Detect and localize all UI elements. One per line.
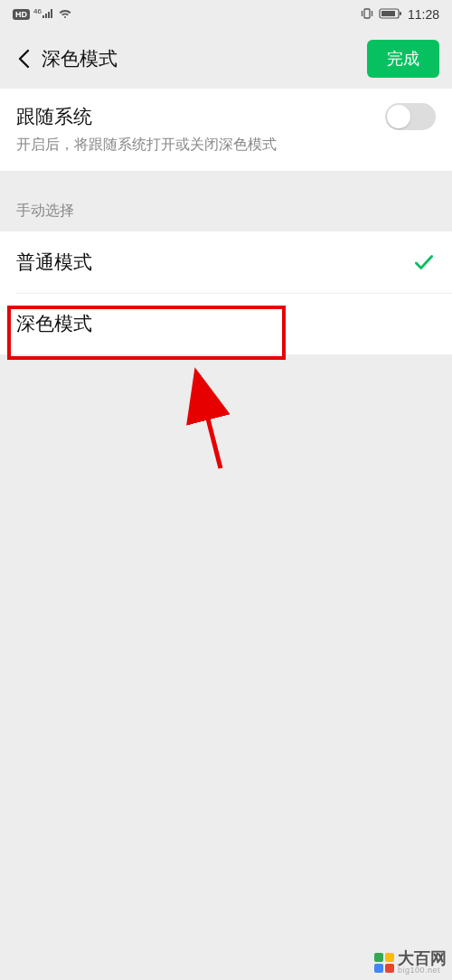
toggle-knob xyxy=(387,105,410,128)
option-normal-mode[interactable]: 普通模式 xyxy=(0,231,452,293)
follow-system-toggle[interactable] xyxy=(385,103,436,130)
vibrate-icon xyxy=(361,7,373,23)
follow-system-description: 开启后，将跟随系统打开或关闭深色模式 xyxy=(0,130,452,171)
follow-system-title: 跟随系统 xyxy=(16,104,92,129)
page-title: 深色模式 xyxy=(42,46,118,71)
follow-system-section: 跟随系统 开启后，将跟随系统打开或关闭深色模式 xyxy=(0,89,452,171)
back-button[interactable] xyxy=(11,46,36,71)
svg-rect-5 xyxy=(381,11,395,16)
status-bar: HD 46 11:28 xyxy=(0,0,452,29)
follow-system-row: 跟随系统 xyxy=(0,89,452,130)
svg-rect-0 xyxy=(364,9,370,18)
wifi-icon xyxy=(58,7,72,22)
section-divider xyxy=(0,171,452,184)
network-indicator: 46 xyxy=(33,7,54,22)
option-dark-mode[interactable]: 深色模式 xyxy=(0,293,452,354)
watermark: 大百网 big100.net xyxy=(374,950,447,975)
svg-line-6 xyxy=(197,376,221,468)
manual-select-label: 手动选择 xyxy=(0,184,452,231)
settings-header: 深色模式 完成 xyxy=(0,29,452,89)
hd-icon: HD xyxy=(13,9,30,20)
status-left: HD 46 xyxy=(13,7,72,22)
svg-rect-4 xyxy=(400,12,401,15)
done-button[interactable]: 完成 xyxy=(367,40,439,78)
battery-icon xyxy=(379,7,402,22)
check-icon xyxy=(412,250,436,274)
chevron-left-icon xyxy=(17,49,30,69)
option-label: 普通模式 xyxy=(16,250,92,275)
watermark-text: 大百网 big100.net xyxy=(398,950,447,975)
watermark-logo-icon xyxy=(374,953,394,973)
status-right: 11:28 xyxy=(361,7,439,23)
option-label: 深色模式 xyxy=(16,311,92,336)
status-time: 11:28 xyxy=(408,7,439,22)
